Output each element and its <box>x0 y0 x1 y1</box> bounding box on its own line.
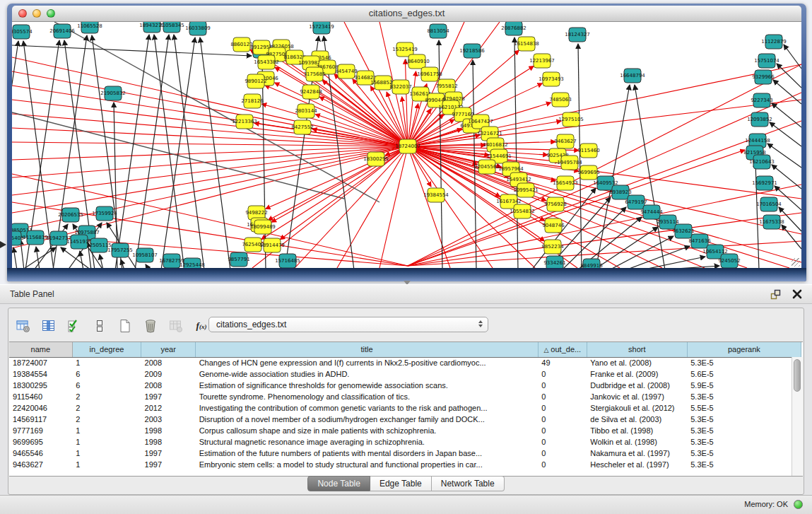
import-table-icon[interactable] <box>168 318 184 334</box>
network-canvas[interactable]: 1872400793055742069140611065528189432702… <box>12 22 801 268</box>
cell-out_degree[interactable]: 0 <box>538 402 587 414</box>
cell-short[interactable]: Nakamura et al. (1997) <box>587 448 687 459</box>
cell-year[interactable]: 2008 <box>141 357 196 368</box>
column-header-title[interactable]: title <box>196 342 539 357</box>
table-row[interactable]: 946554611997Estimation of the future num… <box>9 448 801 459</box>
window-titlebar[interactable]: citations_edges.txt <box>12 6 801 22</box>
cell-title[interactable]: Estimation of the future numbers of pati… <box>196 448 539 459</box>
graph-node[interactable]: 17016504 <box>756 197 782 211</box>
cell-name[interactable]: 9699695 <box>9 436 72 448</box>
graph-node[interactable]: 11122879 <box>761 35 787 49</box>
graph-node[interactable]: 19218586 <box>459 44 485 58</box>
cell-short[interactable]: Tibbo et al. (1998) <box>587 425 687 436</box>
cell-pagerank[interactable]: 5.3E-5 <box>687 414 801 425</box>
cell-pagerank[interactable]: 5.3E-5 <box>687 436 801 448</box>
graph-node[interactable]: 16033809 <box>185 22 211 35</box>
tab-network-table[interactable]: Network Table <box>432 476 505 491</box>
column-header-name[interactable]: name <box>9 342 72 357</box>
column-header-pagerank[interactable]: pagerank <box>687 342 801 357</box>
cell-out_degree[interactable]: 0 <box>538 414 587 425</box>
cell-short[interactable]: Franke et al. (2009) <box>587 368 687 380</box>
cell-out_degree[interactable]: 0 <box>538 448 587 459</box>
graph-node[interactable]: 18124327 <box>565 28 590 42</box>
graph-node[interactable]: 9329966 <box>752 70 775 84</box>
network-graph[interactable]: 1872400793055742069140611065528189432702… <box>12 22 801 268</box>
graph-node[interactable]: 8427552 <box>291 120 313 134</box>
graph-node[interactable]: 19495784 <box>557 156 582 170</box>
column-header-out_degree[interactable]: △out_de... <box>538 342 587 357</box>
cell-pagerank[interactable]: 5.3E-5 <box>687 448 801 459</box>
tab-edge-table[interactable]: Edge Table <box>370 476 432 491</box>
cell-title[interactable]: Tourette syndrome. Phenomenology and cla… <box>196 391 539 402</box>
graph-node[interactable]: 9699695 <box>577 165 599 180</box>
float-panel-icon[interactable] <box>770 288 782 300</box>
cell-short[interactable]: Wolkin et al. (1998) <box>587 436 687 448</box>
table-row[interactable]: 911546021997Tourette syndrome. Phenomeno… <box>9 391 801 402</box>
tab-node-table[interactable]: Node Table <box>307 476 370 491</box>
cell-name[interactable]: 14569117 <box>9 414 72 425</box>
table-row[interactable]: 2242004622012Investigating the contribut… <box>9 402 801 414</box>
cell-out_degree[interactable]: 0 <box>538 380 587 391</box>
cell-title[interactable]: Genome-wide association studies in ADHD. <box>196 368 539 380</box>
function-builder-icon[interactable]: f(x) <box>194 318 209 334</box>
graph-node[interactable]: 7485063 <box>549 93 571 107</box>
cell-name[interactable]: 9777169 <box>9 425 72 436</box>
graph-node[interactable]: 15654923 <box>553 176 578 190</box>
graph-node[interactable]: 20691406 <box>49 24 75 38</box>
graph-node[interactable]: 8849916 <box>580 259 603 268</box>
graph-node[interactable]: 15751074 <box>754 54 779 68</box>
cell-in_degree[interactable]: 2 <box>72 391 141 402</box>
cell-short[interactable]: Yano et al. (2008) <box>587 357 687 368</box>
cell-out_degree[interactable]: 0 <box>538 368 587 380</box>
cell-in_degree[interactable]: 1 <box>72 459 141 470</box>
cell-short[interactable]: de Silva et al. (2003) <box>587 414 687 425</box>
graph-node[interactable]: 3175685 <box>303 67 325 81</box>
table-row[interactable]: 969969511998Structural magnetic resonanc… <box>9 436 801 448</box>
cell-out_degree[interactable]: 0 <box>538 436 587 448</box>
scrollbar-thumb[interactable] <box>794 359 801 392</box>
cell-year[interactable]: 2003 <box>141 414 196 425</box>
column-header-year[interactable]: year <box>141 342 196 357</box>
table-row[interactable]: 1456911722003Disruption of a novel membe… <box>9 414 801 425</box>
graph-node[interactable]: 16154838 <box>514 37 539 51</box>
graph-node[interactable]: 18914479 <box>259 238 285 252</box>
graph-node[interactable]: 15723419 <box>309 22 334 34</box>
column-visibility-icon[interactable] <box>41 318 57 334</box>
graph-node[interactable]: 16648794 <box>620 69 645 83</box>
cell-year[interactable]: 1998 <box>141 436 196 448</box>
graph-node[interactable]: 21905832 <box>100 86 126 100</box>
close-window-button[interactable] <box>18 9 27 18</box>
column-header-in_degree[interactable]: in_degree <box>72 342 141 357</box>
cell-year[interactable]: 2012 <box>141 402 196 414</box>
cell-name[interactable]: 9115460 <box>9 391 72 402</box>
cell-name[interactable]: 18300295 <box>9 380 72 391</box>
cell-in_degree[interactable]: 1 <box>72 425 141 436</box>
table-row[interactable]: 946362711997Embryonic stem cells: a mode… <box>9 459 801 470</box>
graph-node[interactable]: 9857791 <box>228 252 249 267</box>
table-row[interactable]: 1830029562008Estimation of significance … <box>9 380 801 391</box>
cell-short[interactable]: Jankovic et al. (1997) <box>587 391 687 402</box>
cell-name[interactable]: 9463627 <box>9 459 72 470</box>
graph-node[interactable]: 9245052 <box>718 254 740 268</box>
graph-node[interactable]: 8813054 <box>427 24 449 38</box>
cell-name[interactable]: 9465546 <box>9 448 72 459</box>
cell-pagerank[interactable]: 5.9E-5 <box>687 380 801 391</box>
cell-short[interactable]: Stergiakouli et al. (2012) <box>587 402 687 414</box>
zoom-window-button[interactable] <box>47 9 55 18</box>
graph-node[interactable]: 12213363 <box>232 115 257 129</box>
column-header-short[interactable]: short <box>587 342 687 357</box>
graph-node[interactable]: 8852234 <box>541 240 564 254</box>
row-selection-icon[interactable] <box>66 318 82 334</box>
cell-short[interactable]: Dudbridge et al. (2008) <box>587 380 687 391</box>
cell-name[interactable]: 22420046 <box>9 402 72 414</box>
cell-title[interactable]: Embryonic stem cells: a model to study s… <box>196 459 539 470</box>
graph-node[interactable]: 9334261 <box>543 256 565 268</box>
cell-pagerank[interactable]: 5.6E-5 <box>687 368 801 380</box>
table-row[interactable]: 1872400712008Changes of HCN gene express… <box>9 357 801 368</box>
graph-node[interactable]: 20876882 <box>501 22 526 35</box>
graph-node[interactable]: 2718126 <box>241 94 264 108</box>
cell-pagerank[interactable]: 5.3E-5 <box>687 391 801 402</box>
graph-node[interactable]: 9242848 <box>300 85 322 99</box>
table-settings-icon[interactable] <box>16 318 31 334</box>
graph-node[interactable]: 11675338 <box>759 215 784 229</box>
